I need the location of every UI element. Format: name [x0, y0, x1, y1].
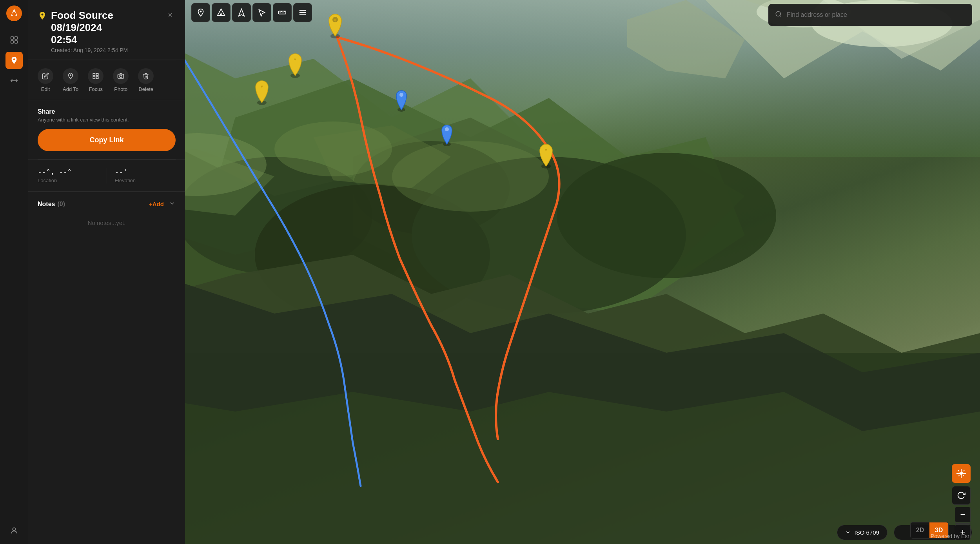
app-logo[interactable]	[5, 5, 23, 22]
svg-point-13	[412, 157, 686, 314]
waypoint-tool-button[interactable]	[191, 3, 210, 22]
sidebar-item-routes[interactable]	[5, 72, 23, 89]
elevation-value: --'	[115, 168, 176, 176]
location-col: --°, --° Location	[38, 168, 107, 183]
svg-marker-8	[353, 118, 745, 274]
svg-point-11	[353, 141, 510, 235]
delete-label: Delete	[138, 86, 153, 92]
svg-rect-55	[93, 76, 95, 78]
svg-point-14	[557, 153, 776, 278]
location-label: Location	[38, 178, 99, 183]
map-controls-right	[952, 464, 971, 505]
zoom-divider	[955, 523, 971, 524]
svg-marker-20	[314, 125, 451, 188]
svg-point-10	[176, 157, 372, 274]
svg-rect-46	[15, 37, 17, 39]
navigate-button[interactable]	[952, 464, 971, 483]
add-to-button[interactable]: Add To	[63, 68, 78, 92]
edit-button[interactable]: Edit	[38, 68, 53, 92]
measure-tool-button[interactable]	[273, 3, 292, 22]
svg-point-58	[200, 11, 202, 13]
rotate-button[interactable]	[952, 486, 971, 505]
svg-rect-47	[11, 41, 13, 43]
view-2d-button[interactable]: 2D	[911, 522, 929, 538]
svg-point-69	[776, 11, 780, 16]
elevation-col: --' Elevation	[107, 168, 176, 183]
svg-point-22	[274, 121, 392, 176]
left-sidebar	[0, 0, 28, 544]
notes-header: Notes (0) +Add	[38, 200, 176, 209]
svg-rect-61	[279, 11, 286, 14]
elevation-tool-button[interactable]	[212, 3, 230, 22]
svg-point-23	[392, 141, 549, 212]
notes-empty-text: No notes...yet.	[38, 215, 176, 231]
edit-label: Edit	[41, 86, 50, 92]
iso-label: ISO 6709	[855, 529, 879, 536]
svg-point-50	[13, 528, 15, 531]
more-tools-button[interactable]	[293, 3, 312, 22]
svg-rect-54	[96, 76, 98, 78]
delete-button[interactable]: Delete	[138, 68, 154, 92]
svg-point-57	[120, 75, 122, 77]
search-bar	[768, 4, 972, 26]
panel-header: Food Source 08/19/2024 02:54 Created: Au…	[28, 0, 185, 60]
svg-point-51	[70, 74, 71, 76]
location-value: --°, --°	[38, 168, 99, 176]
svg-rect-48	[15, 41, 17, 43]
notes-title: Notes	[38, 201, 55, 208]
panel-title-time: 02:54	[51, 34, 165, 46]
svg-point-12	[255, 184, 490, 325]
notes-add-button[interactable]: +Add	[149, 201, 164, 207]
search-icon	[775, 11, 782, 20]
esri-watermark: Powered by Esri	[931, 533, 971, 539]
iso-toggle[interactable]: ISO 6709	[837, 525, 887, 540]
action-row: Edit Add To Focus	[28, 60, 185, 100]
zoom-out-button[interactable]: −	[955, 507, 971, 522]
photo-button[interactable]: Photo	[113, 68, 129, 92]
svg-rect-52	[93, 73, 95, 75]
share-description: Anyone with a link can view this content…	[38, 117, 176, 123]
waypoint-icon	[38, 11, 47, 20]
panel-close-button[interactable]: ×	[165, 9, 176, 20]
copy-link-button[interactable]: Copy Link	[38, 129, 176, 151]
panel-created: Created: Aug 19, 2024 2:54 PM	[51, 47, 165, 53]
search-input[interactable]	[787, 11, 965, 18]
detail-panel: Food Source 08/19/2024 02:54 Created: Au…	[28, 0, 185, 544]
panel-title: Food Source 08/19/2024	[51, 9, 165, 34]
sidebar-item-profile[interactable]	[5, 522, 23, 539]
navigate-tool-button[interactable]	[232, 3, 251, 22]
focus-button[interactable]: Focus	[88, 68, 103, 92]
svg-line-70	[780, 15, 781, 16]
toolbar-icons	[191, 3, 312, 22]
svg-marker-17	[627, 0, 745, 78]
svg-marker-6	[196, 78, 745, 314]
photo-label: Photo	[114, 86, 127, 92]
svg-marker-60	[239, 9, 245, 16]
add-to-label: Add To	[63, 86, 78, 92]
notes-section: Notes (0) +Add No notes...yet.	[28, 192, 185, 239]
share-title: Share	[38, 108, 176, 115]
share-section: Share Anyone with a link can view this c…	[28, 100, 185, 160]
elevation-label: Elevation	[115, 178, 176, 183]
notes-count: (0)	[57, 201, 65, 208]
svg-rect-45	[11, 37, 13, 39]
notes-expand-button[interactable]	[169, 200, 176, 209]
svg-rect-53	[96, 73, 98, 75]
sidebar-item-waypoints[interactable]	[5, 52, 23, 69]
svg-point-44	[12, 12, 16, 16]
cursor-tool-button[interactable]	[252, 3, 271, 22]
focus-label: Focus	[89, 86, 103, 92]
location-row: --°, --° Location --' Elevation	[28, 160, 185, 192]
sidebar-item-layers[interactable]	[5, 31, 23, 49]
